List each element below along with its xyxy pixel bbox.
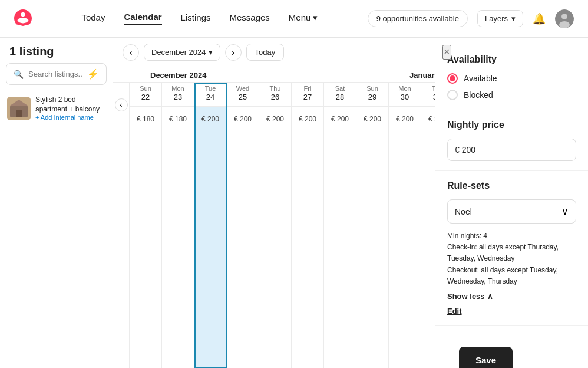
calendar-col[interactable]: Mon 30 € 200: [389, 83, 421, 368]
chevron-down-icon: ▾: [209, 48, 213, 57]
search-bar[interactable]: 🔍 ⚡: [6, 63, 107, 85]
listing-item[interactable]: Stylish 2 bed apartment + balcony + Add …: [0, 90, 113, 127]
nav-menu[interactable]: Menu ▾: [289, 12, 318, 25]
today-button[interactable]: Today: [246, 44, 285, 61]
show-less-button[interactable]: Show less ∧: [447, 292, 576, 301]
day-name: Fri: [304, 85, 312, 92]
available-radio[interactable]: [447, 73, 458, 84]
col-body: € 200: [389, 107, 421, 368]
col-header: Mon 30: [389, 83, 421, 107]
listing-info: Stylish 2 bed apartment + balcony + Add …: [35, 96, 105, 121]
logo[interactable]: [14, 9, 32, 29]
price-value: € 200: [201, 115, 219, 123]
nav-today[interactable]: Today: [81, 12, 105, 25]
calendar-col[interactable]: Tue 31 € 200: [421, 83, 435, 368]
months-label-bar: December 2024 January 2025: [113, 67, 435, 83]
full-calendar: December 2024 January 2025 ‹ Sun 22 € 18…: [113, 67, 435, 368]
notifications-icon[interactable]: 🔔: [533, 12, 546, 25]
day-num: 25: [239, 93, 247, 101]
january-label: January 2025: [405, 67, 435, 82]
calendar-col[interactable]: Sat 28 € 200: [324, 83, 356, 368]
calendar-col[interactable]: Thu 26 € 200: [259, 83, 292, 368]
blocked-label: Blocked: [464, 90, 493, 100]
day-name: Mon: [398, 85, 411, 92]
col-body: € 200: [259, 107, 291, 368]
december-label: December 2024: [146, 67, 405, 82]
price-value: € 200: [266, 115, 284, 123]
prev-month-arrow[interactable]: ‹: [123, 44, 139, 61]
price-value: € 200: [234, 115, 252, 123]
calendar-controls: ‹ December 2024 ▾ › Today: [113, 38, 435, 67]
calendar-col[interactable]: Mon 23 € 180: [162, 83, 194, 368]
blocked-radio[interactable]: [447, 90, 458, 100]
listing-count: 1 listing: [0, 38, 113, 63]
day-name: Sun: [140, 85, 151, 92]
availability-options: Available Blocked: [447, 73, 576, 100]
col-header: Tue 24: [194, 83, 226, 107]
price-input[interactable]: [462, 145, 569, 155]
radio-dot: [450, 75, 455, 81]
blocked-option[interactable]: Blocked: [447, 90, 576, 100]
month-selector[interactable]: December 2024 ▾: [144, 44, 220, 61]
nav-listings[interactable]: Listings: [181, 12, 211, 25]
search-input[interactable]: [28, 70, 82, 78]
nav-links: Today Calendar Listings Messages Menu ▾: [81, 12, 318, 25]
nav-calendar[interactable]: Calendar: [124, 12, 161, 25]
layers-button[interactable]: Layers ▾: [477, 10, 523, 27]
filter-icon[interactable]: ⚡: [87, 68, 99, 80]
price-input-wrap[interactable]: €: [447, 139, 576, 161]
col-header: Wed 25: [227, 83, 259, 107]
svg-point-1: [561, 14, 567, 19]
search-icon: 🔍: [14, 70, 24, 79]
nav-messages[interactable]: Messages: [229, 12, 269, 25]
day-name: Sat: [335, 85, 345, 92]
day-name: Wed: [236, 85, 249, 92]
col-body: € 200: [324, 107, 356, 368]
calendar-col[interactable]: Tue 24 € 200: [194, 83, 227, 368]
day-name: Mon: [171, 85, 184, 92]
calendar-col[interactable]: Sun 22 € 180: [130, 83, 162, 368]
save-button[interactable]: Save: [459, 347, 513, 368]
col-body: € 200: [292, 107, 323, 368]
col-body: € 180: [130, 107, 161, 368]
panel-close-button[interactable]: ×: [442, 45, 451, 60]
rules-title: Rule-sets: [447, 180, 576, 191]
col-header: Fri 27: [292, 83, 323, 107]
next-month-arrow[interactable]: ›: [225, 44, 242, 61]
available-option[interactable]: Available: [447, 73, 576, 84]
calendar-col[interactable]: Fri 27 € 200: [292, 83, 324, 368]
avatar[interactable]: [555, 9, 574, 28]
col-body: € 200: [227, 107, 259, 368]
save-section: Save: [435, 326, 588, 368]
rule-dropdown[interactable]: Noel ∨: [447, 199, 576, 224]
day-num: 22: [141, 93, 150, 101]
rule-name: Noel: [455, 207, 472, 216]
calendar-col[interactable]: Wed 25 € 200: [227, 83, 259, 368]
listing-name: Stylish 2 bed apartment + balcony: [35, 96, 105, 114]
price-section: Nightly price €: [435, 110, 588, 171]
col-header: Mon 23: [162, 83, 194, 107]
col-header: Thu 26: [259, 83, 291, 107]
sidebar: 1 listing 🔍 ⚡ Stylish 2 bed apartment + …: [0, 38, 113, 368]
col-body: € 180: [162, 107, 194, 368]
edit-link[interactable]: Edit: [447, 307, 576, 316]
day-num: 28: [336, 93, 344, 101]
listing-sub[interactable]: + Add Internal name: [35, 114, 105, 121]
day-num: 27: [303, 93, 312, 101]
currency-symbol: €: [455, 145, 460, 155]
day-name: Tue: [205, 85, 216, 92]
opportunities-button[interactable]: 9 opportunities available: [368, 10, 468, 27]
top-nav: Today Calendar Listings Messages Menu ▾ …: [0, 0, 588, 38]
svg-rect-6: [16, 110, 22, 117]
day-num: 26: [271, 93, 279, 101]
calendar-col[interactable]: Sun 29 € 200: [356, 83, 389, 368]
listing-thumbnail: [7, 97, 31, 120]
nav-col: ‹: [113, 83, 130, 368]
day-num: 29: [368, 93, 376, 101]
price-value: € 180: [137, 115, 154, 123]
col-header: Tue 31: [421, 83, 435, 107]
scroll-left-arrow[interactable]: ‹: [115, 98, 128, 111]
price-title: Nightly price: [447, 120, 576, 130]
price-value: € 180: [169, 115, 187, 123]
svg-point-2: [559, 21, 570, 28]
